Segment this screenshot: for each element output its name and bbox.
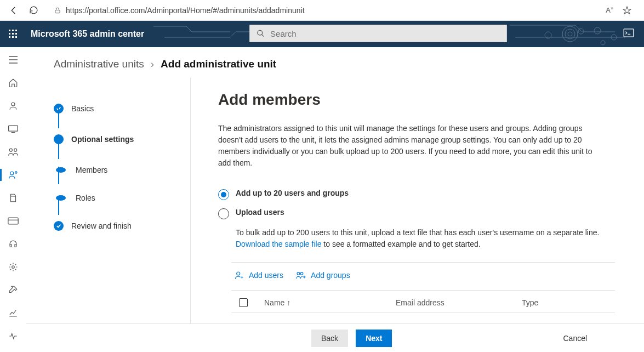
rail-billing-icon[interactable] (0, 212, 26, 230)
svg-rect-10 (12, 33, 14, 35)
select-all-checkbox[interactable] (239, 298, 248, 307)
step-dot-icon (56, 167, 66, 173)
svg-rect-23 (8, 218, 18, 224)
shell-icon[interactable] (623, 29, 634, 37)
search-icon (257, 29, 265, 38)
add-groups-link[interactable]: Add groups (295, 270, 350, 280)
column-type[interactable]: Type (522, 298, 538, 307)
chevron-right-icon: › (151, 58, 154, 70)
url-text: https://portal.office.com/Adminportal/Ho… (66, 6, 305, 15)
wizard-footer: Back Next Cancel (26, 323, 644, 352)
svg-point-25 (237, 272, 240, 275)
svg-rect-9 (9, 33, 10, 35)
svg-rect-18 (9, 126, 18, 131)
header-banner: Microsoft 365 admin center (0, 21, 644, 47)
next-button[interactable]: Next (356, 330, 392, 347)
column-email[interactable]: Email address (396, 298, 505, 307)
search-box[interactable] (249, 25, 507, 42)
svg-rect-6 (9, 30, 10, 31)
column-name[interactable]: Name ↑ (264, 298, 379, 307)
read-aloud-icon[interactable]: A» (606, 5, 613, 14)
rail-devices-icon[interactable] (0, 120, 26, 138)
rail-teams-icon[interactable] (0, 143, 26, 161)
svg-rect-11 (15, 33, 17, 35)
search-input[interactable] (270, 29, 500, 38)
rail-health-icon[interactable] (0, 327, 26, 345)
radio-add-up-to-20[interactable]: Add up to 20 users and groups (218, 189, 622, 200)
svg-point-17 (12, 103, 15, 106)
person-add-icon (235, 270, 244, 280)
rail-reports-icon[interactable] (0, 304, 26, 322)
svg-rect-16 (624, 29, 634, 37)
step-basics[interactable]: Basics (54, 93, 190, 124)
page-description: The administrators assigned to this unit… (218, 123, 602, 169)
rail-menu-icon[interactable] (0, 50, 26, 69)
rail-support-icon[interactable] (0, 235, 26, 253)
favorite-icon[interactable] (622, 5, 632, 15)
radio-icon (218, 208, 229, 219)
page-title: Add members (218, 91, 622, 109)
svg-point-21 (10, 172, 14, 175)
rail-users-icon[interactable] (0, 96, 26, 115)
svg-rect-8 (15, 30, 17, 31)
step-roles[interactable]: Roles (54, 185, 190, 211)
portal-title: Microsoft 365 admin center (31, 29, 144, 39)
rail-home-icon[interactable] (0, 73, 26, 92)
address-bar[interactable]: https://portal.office.com/Adminportal/Ho… (47, 2, 598, 19)
svg-rect-13 (12, 36, 14, 38)
svg-rect-14 (15, 36, 17, 38)
step-review[interactable]: Review and finish (54, 211, 190, 241)
group-add-icon (295, 270, 306, 280)
upload-hint: To bulk add up to 200 users to this unit… (236, 227, 608, 250)
step-dot-icon (56, 195, 66, 201)
breadcrumb: Administrative units › Add administrativ… (26, 47, 644, 78)
svg-rect-12 (9, 36, 10, 38)
add-users-link[interactable]: Add users (235, 270, 283, 280)
left-nav-rail (0, 47, 26, 352)
radio-icon (218, 189, 229, 200)
breadcrumb-current: Add administrative unit (161, 58, 276, 70)
svg-rect-0 (55, 10, 60, 13)
rail-settings-icon[interactable] (0, 258, 26, 276)
radio-upload-users[interactable]: Upload users (218, 208, 622, 219)
check-icon (54, 221, 64, 231)
svg-point-15 (258, 30, 263, 35)
svg-point-26 (297, 272, 300, 275)
lock-icon (54, 7, 61, 14)
refresh-browser-button[interactable] (27, 4, 39, 16)
wizard-stepper: Basics Optional settings Members Roles (26, 78, 191, 352)
rail-setup-icon[interactable] (0, 281, 26, 299)
svg-point-20 (14, 149, 17, 151)
breadcrumb-root[interactable]: Administrative units (54, 58, 144, 70)
app-launcher-icon[interactable] (0, 21, 26, 47)
step-members[interactable]: Members (54, 155, 190, 185)
rail-resources-icon[interactable] (0, 189, 26, 207)
browser-chrome: https://portal.office.com/Adminportal/Ho… (0, 0, 644, 21)
svg-point-24 (12, 266, 15, 269)
cancel-button[interactable]: Cancel (553, 330, 597, 347)
svg-rect-7 (12, 30, 14, 31)
download-sample-link[interactable]: Download the sample file (236, 240, 321, 248)
back-browser-button[interactable] (8, 4, 20, 16)
main-panel: Add members The administrators assigned … (191, 78, 644, 352)
svg-point-27 (300, 272, 303, 275)
step-optional-settings[interactable]: Optional settings (54, 124, 190, 155)
svg-point-19 (9, 149, 12, 151)
rail-roles-icon[interactable] (0, 166, 26, 184)
table-header: Name ↑ Email address Type (235, 298, 618, 307)
back-button[interactable]: Back (311, 330, 348, 347)
